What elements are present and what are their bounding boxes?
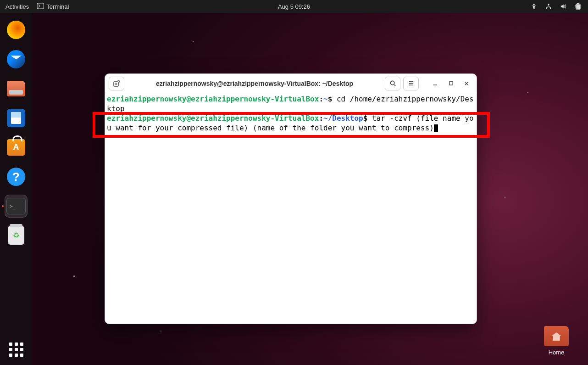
software-icon <box>7 139 25 156</box>
help-app[interactable]: ? <box>5 165 28 188</box>
trash-app[interactable] <box>5 224 28 247</box>
app-menu-label: Terminal <box>46 3 69 10</box>
prompt-userhost: ezriahzippernowsky@ezriahzippernowsky-Vi… <box>107 114 319 123</box>
battery-icon[interactable] <box>574 3 582 10</box>
network-icon[interactable] <box>545 3 552 10</box>
top-bar: Activities Terminal Aug 5 09:26 <box>0 0 588 13</box>
home-folder-icon <box>544 326 569 346</box>
writer-app[interactable] <box>5 107 28 129</box>
terminal-indicator-icon <box>37 3 44 10</box>
files-app[interactable] <box>5 77 28 100</box>
software-app[interactable] <box>5 136 28 159</box>
prompt-path: ~ <box>323 95 328 103</box>
window-title: ezriahzippernowsky@ezriahzippernowsky-Vi… <box>127 80 382 87</box>
svg-rect-7 <box>577 5 580 9</box>
writer-icon <box>7 109 25 127</box>
firefox-app[interactable] <box>5 18 28 41</box>
new-tab-button[interactable] <box>109 77 124 90</box>
desktop-home-label: Home <box>540 349 572 356</box>
svg-rect-0 <box>37 3 44 9</box>
activities-button[interactable]: Activities <box>6 3 29 10</box>
thunderbird-app[interactable] <box>5 48 28 71</box>
dock: ? >_ <box>0 13 32 365</box>
close-button[interactable] <box>460 77 473 90</box>
menu-button[interactable] <box>403 77 419 90</box>
svg-point-9 <box>390 81 394 84</box>
clock[interactable]: Aug 5 09:26 <box>278 3 310 10</box>
titlebar[interactable]: ezriahzippernowsky@ezriahzippernowsky-Vi… <box>105 74 477 93</box>
text-cursor <box>434 124 438 132</box>
terminal-app[interactable]: >_ <box>5 195 28 218</box>
volume-icon[interactable] <box>560 3 567 10</box>
svg-rect-6 <box>577 3 579 4</box>
svg-rect-10 <box>449 82 452 85</box>
terminal-window: ezriahzippernowsky@ezriahzippernowsky-Vi… <box>105 73 477 324</box>
minimize-button[interactable] <box>429 77 442 90</box>
svg-point-2 <box>548 4 549 6</box>
search-button[interactable] <box>385 77 400 90</box>
show-applications-button[interactable] <box>9 343 23 357</box>
maximize-button[interactable] <box>444 77 457 90</box>
terminal-body[interactable]: ezriahzippernowsky@ezriahzippernowsky-Vi… <box>105 93 477 324</box>
desktop-home-folder[interactable]: Home <box>540 326 572 356</box>
trash-icon <box>8 226 24 245</box>
prompt-path: ~/Desktop <box>323 114 363 123</box>
prompt-userhost: ezriahzippernowsky@ezriahzippernowsky-Vi… <box>107 95 319 103</box>
svg-point-1 <box>533 4 535 6</box>
accessibility-icon[interactable] <box>530 3 538 10</box>
thunderbird-icon <box>7 50 25 68</box>
help-icon: ? <box>7 168 25 186</box>
files-icon <box>7 81 25 96</box>
terminal-icon: >_ <box>6 198 26 214</box>
firefox-icon <box>7 21 25 39</box>
app-menu[interactable]: Terminal <box>37 3 69 10</box>
